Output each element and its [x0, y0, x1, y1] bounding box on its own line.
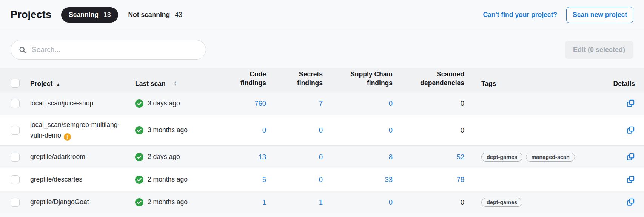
scanned-dependencies-value: 0: [461, 126, 464, 134]
top-bar-actions: Can't find your project? Scan new projec…: [483, 7, 633, 23]
top-bar: Projects Scanning 13 Not scanning 43 Can…: [0, 0, 644, 30]
projects-table: Project▲ Last scan ▲▼ Code findings Secr…: [0, 68, 644, 213]
column-header-last-scan[interactable]: Last scan ▲▼: [135, 80, 211, 88]
last-scan-time: 2 months ago: [148, 176, 188, 183]
table-row: greptile/DjangoGoat 2 months ago 1 1 0 0…: [0, 191, 644, 213]
details-copy-icon[interactable]: [626, 175, 635, 184]
column-header-code-findings: Code findings: [211, 70, 266, 88]
select-all-checkbox[interactable]: [11, 79, 20, 88]
secrets-findings-link[interactable]: 0: [319, 176, 323, 183]
details-copy-icon[interactable]: [626, 198, 635, 206]
toolbar: Edit (0 selected): [0, 30, 644, 60]
row-checkbox[interactable]: [11, 198, 20, 207]
scan-success-icon: [135, 198, 143, 206]
column-header-secrets-findings: Secrets findings: [266, 70, 323, 88]
supply-chain-findings-link[interactable]: 0: [389, 99, 393, 107]
code-findings-link[interactable]: 5: [262, 176, 266, 183]
table-header-row: Project▲ Last scan ▲▼ Code findings Secr…: [0, 68, 644, 92]
project-name[interactable]: greptile/DjangoGoat: [30, 198, 89, 206]
supply-chain-findings-link[interactable]: 8: [389, 153, 393, 161]
scanned-dependencies-value: 0: [461, 99, 464, 107]
edit-selected-button[interactable]: Edit (0 selected): [565, 41, 633, 59]
tab-not-scanning[interactable]: Not scanning 43: [120, 7, 190, 23]
search-input[interactable]: [32, 46, 198, 54]
last-scan-time: 2 days ago: [148, 153, 180, 161]
tab-scanning-count: 13: [103, 11, 111, 19]
code-findings-link[interactable]: 0: [262, 126, 266, 134]
sort-unsorted-icon: ▲▼: [174, 81, 177, 86]
project-name[interactable]: greptile/adarkroom: [30, 153, 85, 160]
supply-chain-findings-link[interactable]: 0: [389, 198, 393, 206]
projects-page: Projects Scanning 13 Not scanning 43 Can…: [0, 0, 644, 217]
code-findings-link[interactable]: 1: [262, 198, 266, 206]
tab-not-scanning-count: 43: [175, 11, 182, 19]
row-checkbox[interactable]: [11, 126, 20, 135]
code-findings-link[interactable]: 13: [258, 153, 266, 161]
last-scan-time: 3 months ago: [148, 126, 188, 134]
warning-icon[interactable]: !: [64, 133, 71, 141]
last-scan-time: 2 months ago: [148, 198, 188, 206]
search-box[interactable]: [11, 40, 206, 60]
cant-find-project-link[interactable]: Can't find your project?: [483, 11, 557, 19]
project-name[interactable]: local_scan/semgrep-multilang-vuln-demo: [30, 121, 120, 139]
column-header-scanned-dependencies: Scanned dependencies: [393, 70, 464, 88]
row-checkbox[interactable]: [11, 175, 20, 184]
scanned-dependencies-link[interactable]: 78: [456, 176, 464, 183]
table-row: greptile/adarkroom 2 days ago 13 0 8 52 …: [0, 145, 644, 168]
project-name[interactable]: local_scan/juice-shop: [30, 99, 93, 107]
code-findings-link[interactable]: 760: [254, 99, 266, 107]
sort-ascending-icon: ▲: [56, 82, 60, 86]
scan-success-icon: [135, 99, 143, 108]
page-title: Projects: [11, 9, 51, 21]
column-header-details: Details: [600, 80, 644, 88]
project-name[interactable]: greptile/descartes: [30, 176, 82, 183]
details-copy-icon[interactable]: [626, 126, 635, 134]
tag-pill: managed-scan: [526, 153, 575, 162]
row-checkbox[interactable]: [11, 99, 20, 108]
scan-success-icon: [135, 153, 143, 161]
table-row: local_scan/juice-shop 3 days ago 760 7 0…: [0, 92, 644, 115]
last-scan-time: 3 days ago: [148, 99, 180, 107]
tab-scanning[interactable]: Scanning 13: [61, 7, 118, 23]
secrets-findings-link[interactable]: 1: [319, 198, 323, 206]
secrets-findings-link[interactable]: 0: [319, 126, 323, 134]
tab-not-scanning-label: Not scanning: [128, 11, 170, 19]
row-checkbox[interactable]: [11, 153, 20, 162]
scanned-dependencies-value: 0: [461, 198, 464, 206]
table-row: local_scan/semgrep-multilang-vuln-demo! …: [0, 115, 644, 145]
scanning-tabs: Scanning 13 Not scanning 43: [61, 7, 190, 23]
scan-success-icon: [135, 176, 143, 184]
column-header-supply-chain-findings: Supply Chain findings: [323, 70, 393, 88]
column-header-tags: Tags: [464, 80, 600, 88]
supply-chain-findings-link[interactable]: 0: [389, 126, 393, 134]
secrets-findings-link[interactable]: 0: [319, 153, 323, 161]
column-header-project[interactable]: Project▲: [30, 80, 135, 88]
tags-cell: dept-games: [464, 198, 600, 207]
search-icon: [18, 46, 26, 54]
scan-success-icon: [135, 126, 143, 134]
tags-cell: dept-games managed-scan: [464, 153, 600, 162]
supply-chain-findings-link[interactable]: 33: [385, 176, 393, 183]
tab-scanning-label: Scanning: [69, 11, 99, 19]
scan-new-project-button[interactable]: Scan new project: [566, 7, 633, 23]
secrets-findings-link[interactable]: 7: [319, 99, 323, 107]
details-copy-icon[interactable]: [626, 153, 635, 161]
table-row: greptile/descartes 2 months ago 5 0 33 7…: [0, 168, 644, 191]
details-copy-icon[interactable]: [626, 99, 635, 108]
scanned-dependencies-link[interactable]: 52: [456, 153, 464, 161]
tag-pill: dept-games: [481, 198, 522, 207]
tag-pill: dept-games: [481, 153, 522, 162]
